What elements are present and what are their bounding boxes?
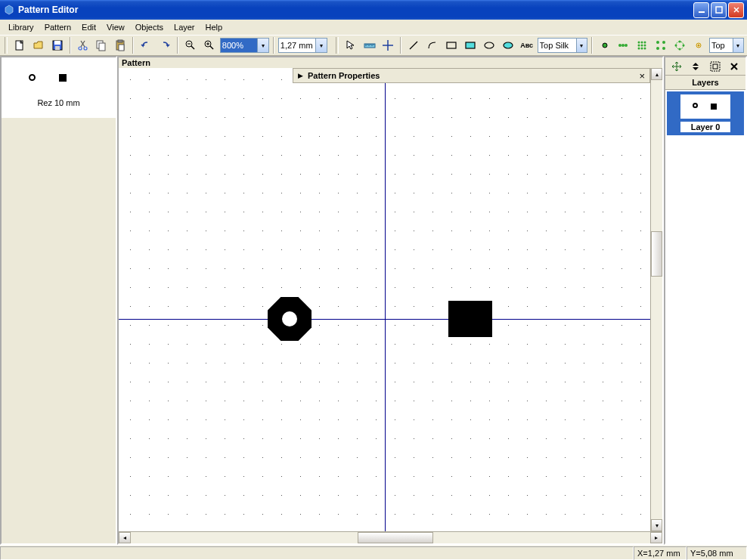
grid-input[interactable]: [279, 39, 315, 52]
svg-point-34: [656, 41, 659, 44]
text-tool[interactable]: Aвс: [519, 37, 535, 54]
app-icon: [3, 4, 15, 16]
menu-objects[interactable]: Objects: [130, 21, 169, 33]
layer-preview: [680, 94, 730, 119]
menu-pattern[interactable]: Pattern: [39, 21, 76, 33]
menu-help[interactable]: Help: [200, 21, 228, 33]
redo-button[interactable]: [157, 37, 173, 54]
scroll-track[interactable]: [651, 80, 662, 519]
menu-view[interactable]: View: [101, 21, 130, 33]
menubar: Library Pattern Edit View Objects Layer …: [0, 20, 747, 35]
svg-point-40: [683, 45, 685, 47]
pad-row-tool[interactable]: [615, 37, 631, 54]
menu-library[interactable]: Library: [3, 21, 39, 33]
undo-button[interactable]: [138, 37, 154, 54]
select-tool[interactable]: [343, 37, 359, 54]
dropdown-arrow-icon[interactable]: ▾: [315, 39, 327, 52]
origin-horizontal-icon: [119, 319, 650, 320]
svg-rect-18: [466, 42, 475, 48]
expand-arrow-icon[interactable]: ▶: [298, 72, 303, 79]
svg-point-27: [644, 42, 646, 44]
filled-ellipse-tool[interactable]: [500, 37, 516, 54]
close-button[interactable]: [728, 2, 744, 18]
copy-button[interactable]: [93, 37, 110, 54]
scroll-left-button[interactable]: ◂: [119, 532, 131, 543]
scroll-up-button[interactable]: ▴: [651, 68, 662, 80]
svg-point-29: [641, 45, 643, 47]
svg-point-14: [186, 41, 192, 47]
pad-poly-tool[interactable]: [690, 37, 707, 54]
dropdown-arrow-icon[interactable]: ▾: [733, 39, 743, 52]
menu-layer[interactable]: Layer: [169, 21, 200, 33]
cut-button[interactable]: [75, 37, 91, 54]
menu-edit[interactable]: Edit: [76, 21, 101, 33]
dropdown-arrow-icon[interactable]: ▾: [576, 39, 587, 52]
zoom-out-button[interactable]: [182, 37, 199, 54]
filled-rect-tool[interactable]: [462, 37, 479, 54]
scroll-track[interactable]: [131, 532, 650, 543]
canvas[interactable]: ▶ Pattern Properties ×: [119, 68, 650, 531]
origin-tool[interactable]: [380, 37, 396, 54]
pad-square-tool[interactable]: [652, 37, 669, 54]
close-properties-button[interactable]: ×: [639, 70, 645, 82]
pad-single-tool[interactable]: [597, 37, 613, 54]
zoom-combo[interactable]: ▾: [220, 38, 269, 53]
line-tool[interactable]: [405, 37, 422, 54]
toolbar-separator: [177, 37, 178, 54]
status-x: X=1,27 mm: [634, 546, 687, 560]
layer-up-button[interactable]: [688, 59, 703, 74]
new-button[interactable]: [11, 37, 28, 54]
toolbar-grip[interactable]: [5, 37, 8, 54]
rect-tool[interactable]: [443, 37, 460, 54]
pad-circle-tool[interactable]: [671, 37, 688, 54]
group-button[interactable]: [708, 59, 723, 74]
scroll-thumb[interactable]: [358, 532, 433, 543]
pad-rectangle[interactable]: [448, 301, 492, 337]
titlebar: Pattern Editor: [0, 0, 747, 20]
pattern-thumbnail[interactable]: Rez 10 mm: [2, 57, 116, 118]
scroll-down-button[interactable]: ▾: [651, 519, 662, 531]
thumbnail-pad-round-icon: [29, 74, 36, 81]
svg-rect-10: [99, 43, 105, 51]
main-area: Rez 10 mm Pattern ▶ Pattern Properties ×…: [0, 56, 747, 545]
pad-octagon[interactable]: [268, 297, 312, 341]
ellipse-tool[interactable]: [481, 37, 497, 54]
open-button[interactable]: [30, 37, 47, 54]
measure-tool[interactable]: [361, 37, 378, 54]
origin-vertical-icon: [385, 68, 386, 531]
dropdown-arrow-icon[interactable]: ▾: [257, 39, 268, 52]
save-button[interactable]: [49, 37, 66, 54]
pattern-properties-bar[interactable]: ▶ Pattern Properties ×: [293, 68, 650, 83]
layer-combo-input[interactable]: [538, 39, 576, 52]
horizontal-scrollbar[interactable]: ◂ ▸: [119, 531, 662, 543]
side-combo-input[interactable]: [710, 39, 733, 52]
paste-button[interactable]: [112, 37, 129, 54]
zoom-input[interactable]: [221, 39, 257, 52]
minimize-button[interactable]: [693, 2, 709, 18]
svg-point-24: [625, 44, 628, 47]
side-combo[interactable]: ▾: [709, 38, 744, 53]
pad-matrix-tool[interactable]: [634, 37, 650, 54]
toolbar-grip[interactable]: [336, 37, 339, 54]
svg-point-21: [603, 43, 607, 48]
layer-item[interactable]: Layer 0: [667, 91, 744, 135]
svg-point-33: [644, 48, 646, 50]
maximize-button[interactable]: [711, 2, 727, 18]
preview-pad-round-icon: [693, 103, 698, 108]
move-layer-button[interactable]: [669, 59, 684, 74]
svg-point-28: [638, 45, 640, 47]
grid-combo[interactable]: ▾: [278, 38, 327, 53]
scroll-right-button[interactable]: ▸: [650, 532, 662, 543]
canvas-panel: Pattern ▶ Pattern Properties × ▴ ▾: [117, 56, 664, 545]
svg-rect-45: [711, 62, 720, 71]
zoom-in-button[interactable]: [201, 37, 218, 54]
delete-layer-button[interactable]: [727, 59, 742, 74]
svg-point-19: [485, 42, 494, 48]
preview-pad-square-icon: [711, 104, 717, 110]
svg-rect-11: [116, 41, 124, 50]
scroll-thumb[interactable]: [651, 231, 662, 277]
layer-combo[interactable]: ▾: [538, 38, 587, 53]
svg-rect-3: [16, 41, 23, 50]
vertical-scrollbar[interactable]: ▴ ▾: [650, 68, 662, 531]
arc-tool[interactable]: [424, 37, 441, 54]
